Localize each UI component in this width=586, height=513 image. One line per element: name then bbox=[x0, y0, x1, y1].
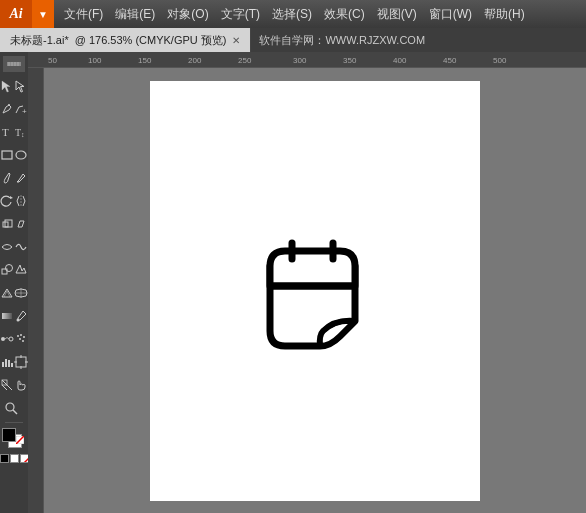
width-tool[interactable] bbox=[0, 236, 14, 258]
svg-text:+: + bbox=[22, 107, 27, 116]
tool-row-graph bbox=[0, 351, 28, 373]
tab-document-label: 未标题-1.ai* bbox=[10, 33, 69, 48]
menu-window[interactable]: 窗口(W) bbox=[423, 0, 478, 28]
menu-icon: ▼ bbox=[32, 0, 54, 28]
blend-tool[interactable] bbox=[0, 328, 14, 350]
svg-text:400: 400 bbox=[393, 56, 407, 65]
menu-text[interactable]: 文字(T) bbox=[215, 0, 266, 28]
svg-text:T: T bbox=[2, 126, 9, 138]
tab-bar: 未标题-1.ai* @ 176.53% (CMYK/GPU 预览) ✕ 软件自学… bbox=[0, 28, 586, 52]
app-logo: Ai bbox=[0, 0, 32, 28]
left-toolbar: + T T↕ bbox=[0, 52, 28, 513]
live-paint-tool[interactable] bbox=[14, 259, 28, 281]
svg-rect-29 bbox=[5, 359, 7, 367]
svg-point-16 bbox=[6, 265, 13, 272]
menu-object[interactable]: 对象(O) bbox=[161, 0, 214, 28]
color-swatch-area[interactable] bbox=[2, 428, 26, 450]
slice-tool[interactable] bbox=[0, 374, 14, 396]
svg-text:350: 350 bbox=[343, 56, 357, 65]
white-swatch-mini[interactable] bbox=[10, 454, 19, 463]
svg-point-20 bbox=[17, 319, 20, 322]
svg-point-22 bbox=[9, 337, 13, 341]
tool-row-brush bbox=[0, 167, 28, 189]
gradient-tool[interactable] bbox=[0, 305, 14, 327]
symbol-sprayer-tool[interactable] bbox=[14, 328, 28, 350]
bottom-color-row bbox=[0, 454, 28, 463]
black-swatch-mini[interactable] bbox=[0, 454, 9, 463]
ruler-icon bbox=[7, 59, 21, 69]
menu-file[interactable]: 文件(F) bbox=[58, 0, 109, 28]
svg-rect-28 bbox=[2, 362, 4, 367]
tool-row-select bbox=[0, 75, 28, 97]
calendar-illustration bbox=[235, 211, 395, 371]
svg-rect-10 bbox=[2, 151, 12, 159]
tab-document[interactable]: 未标题-1.ai* @ 176.53% (CMYK/GPU 预览) ✕ bbox=[0, 28, 251, 52]
touch-type-tool[interactable]: T↕ bbox=[14, 121, 28, 143]
menu-select[interactable]: 选择(S) bbox=[266, 0, 318, 28]
rotate-tool[interactable] bbox=[0, 190, 14, 212]
menu-edit[interactable]: 编辑(E) bbox=[109, 0, 161, 28]
svg-rect-32 bbox=[16, 357, 26, 367]
tab-right-area: 软件自学网：WWW.RJZXW.COM bbox=[251, 28, 586, 52]
svg-point-27 bbox=[22, 340, 24, 342]
add-anchor-tool[interactable]: + bbox=[14, 98, 28, 120]
tool-row-shape bbox=[0, 144, 28, 166]
perspective-tool[interactable] bbox=[0, 282, 14, 304]
artboard bbox=[150, 81, 480, 501]
svg-rect-31 bbox=[11, 363, 13, 367]
paintbrush-tool[interactable] bbox=[0, 167, 14, 189]
none-indicator bbox=[16, 433, 24, 441]
svg-text:100: 100 bbox=[88, 56, 102, 65]
svg-text:450: 450 bbox=[443, 56, 457, 65]
menu-effect[interactable]: 效果(C) bbox=[318, 0, 371, 28]
svg-line-39 bbox=[13, 410, 17, 414]
tool-row-perspective bbox=[0, 282, 28, 304]
shape-builder-tool[interactable] bbox=[0, 259, 14, 281]
svg-text:200: 200 bbox=[188, 56, 202, 65]
tool-row-slice bbox=[0, 374, 28, 396]
menu-view[interactable]: 视图(V) bbox=[371, 0, 423, 28]
shear-tool[interactable] bbox=[14, 213, 28, 235]
tool-row-width bbox=[0, 236, 28, 258]
selection-tool[interactable] bbox=[0, 75, 14, 97]
direct-selection-tool[interactable] bbox=[14, 75, 28, 97]
tab-document-subtitle: @ 176.53% (CMYK/GPU 预览) bbox=[75, 33, 227, 48]
eyedropper-tool[interactable] bbox=[14, 305, 28, 327]
menu-bar: 文件(F) 编辑(E) 对象(O) 文字(T) 选择(S) 效果(C) 视图(V… bbox=[54, 0, 586, 28]
column-graph-tool[interactable] bbox=[0, 351, 14, 373]
warp-tool[interactable] bbox=[14, 236, 28, 258]
svg-point-24 bbox=[20, 334, 22, 336]
tool-row-gradient bbox=[0, 305, 28, 327]
title-bar: Ai ▼ 文件(F) 编辑(E) 对象(O) 文字(T) 选择(S) 效果(C)… bbox=[0, 0, 586, 28]
tool-row-blend bbox=[0, 328, 28, 350]
main-area: + T T↕ bbox=[0, 52, 586, 513]
mesh-tool[interactable] bbox=[14, 282, 28, 304]
svg-point-23 bbox=[17, 335, 19, 337]
canvas-area[interactable]: 50 100 150 200 250 300 350 400 450 500 bbox=[28, 52, 586, 513]
pen-tool[interactable] bbox=[0, 98, 14, 120]
svg-point-25 bbox=[19, 338, 21, 340]
tool-row-type: T T↕ bbox=[0, 121, 28, 143]
ellipse-tool[interactable] bbox=[14, 144, 28, 166]
zoom-tool[interactable] bbox=[0, 397, 22, 419]
menu-help[interactable]: 帮助(H) bbox=[478, 0, 531, 28]
type-tool[interactable]: T bbox=[0, 121, 14, 143]
top-ruler: 50 100 150 200 250 300 350 400 450 500 bbox=[28, 52, 586, 68]
none-swatch-mini[interactable] bbox=[20, 454, 28, 463]
artboard-tool[interactable] bbox=[14, 351, 28, 373]
left-ruler bbox=[28, 68, 44, 513]
svg-text:150: 150 bbox=[138, 56, 152, 65]
rectangle-tool[interactable] bbox=[0, 144, 14, 166]
pencil-tool[interactable] bbox=[14, 167, 28, 189]
scale-tool[interactable] bbox=[0, 213, 14, 235]
svg-text:50: 50 bbox=[48, 56, 57, 65]
hand-tool[interactable] bbox=[14, 374, 28, 396]
svg-point-11 bbox=[16, 151, 26, 159]
tool-row-transform bbox=[0, 190, 28, 212]
tab-website-label: 软件自学网：WWW.RJZXW.COM bbox=[259, 33, 425, 48]
fill-swatch-black bbox=[2, 428, 16, 442]
toolbar-separator bbox=[5, 422, 23, 423]
canvas-background bbox=[44, 68, 586, 513]
reflect-tool[interactable] bbox=[14, 190, 28, 212]
tab-close-button[interactable]: ✕ bbox=[232, 35, 240, 46]
